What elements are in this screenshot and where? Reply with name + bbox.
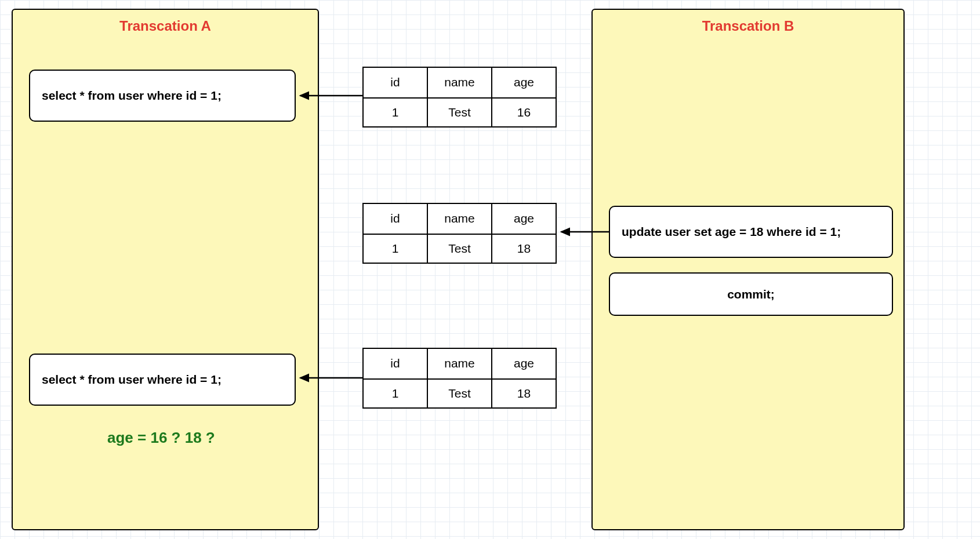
result-table-3: id name age 1 Test 18	[362, 348, 557, 409]
cell-age: 18	[491, 235, 556, 263]
select-statement-2: select * from user where id = 1;	[29, 354, 296, 406]
cell-id: 1	[364, 380, 427, 408]
commit-statement: commit;	[609, 272, 893, 316]
cell-name: Test	[427, 380, 491, 408]
table-row: 1 Test 18	[364, 234, 556, 263]
table-row: id name age	[364, 204, 556, 234]
commit-statement-text: commit;	[727, 287, 775, 301]
transaction-b-title: Transcation B	[593, 18, 903, 34]
cell-name: Test	[427, 235, 491, 263]
col-name-header: name	[427, 349, 491, 378]
cell-age: 18	[491, 380, 556, 408]
col-age-header: age	[491, 349, 556, 378]
select-statement-1-text: select * from user where id = 1;	[42, 89, 222, 103]
select-statement-2-text: select * from user where id = 1;	[42, 373, 222, 387]
update-statement: update user set age = 18 where id = 1;	[609, 206, 893, 258]
result-table-2: id name age 1 Test 18	[362, 203, 557, 264]
table-row: id name age	[364, 349, 556, 378]
col-id-header: id	[364, 349, 427, 378]
result-table-1: id name age 1 Test 16	[362, 67, 557, 128]
select-statement-1: select * from user where id = 1;	[29, 70, 296, 122]
table-row: id name age	[364, 68, 556, 97]
cell-age: 16	[491, 99, 556, 127]
age-question: age = 16 ? 18 ?	[107, 429, 215, 447]
col-age-header: age	[491, 68, 556, 97]
diagram-canvas: Transcation A Transcation B select * fro…	[0, 0, 980, 539]
cell-name: Test	[427, 99, 491, 127]
col-id-header: id	[364, 204, 427, 234]
update-statement-text: update user set age = 18 where id = 1;	[622, 225, 841, 239]
transaction-b-panel: Transcation B	[591, 9, 905, 530]
col-name-header: name	[427, 204, 491, 234]
cell-id: 1	[364, 235, 427, 263]
col-name-header: name	[427, 68, 491, 97]
cell-id: 1	[364, 99, 427, 127]
col-age-header: age	[491, 204, 556, 234]
table-row: 1 Test 16	[364, 97, 556, 127]
transaction-a-title: Transcation A	[13, 18, 318, 34]
col-id-header: id	[364, 68, 427, 97]
table-row: 1 Test 18	[364, 378, 556, 408]
